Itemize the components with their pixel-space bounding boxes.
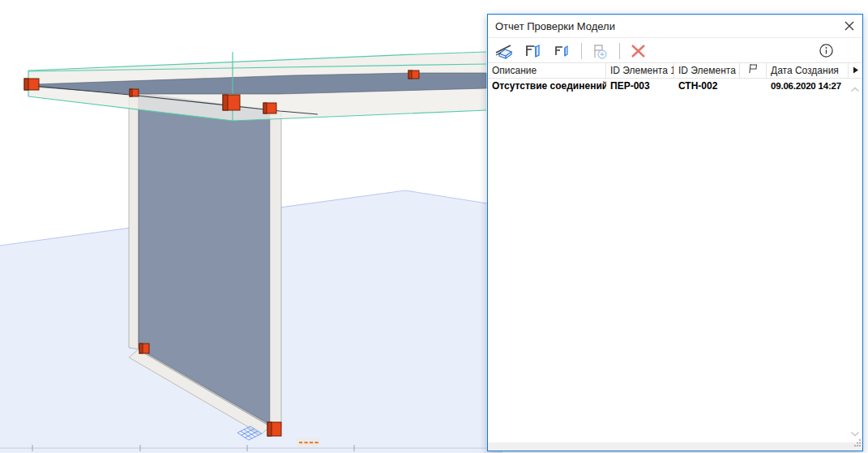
close-icon (844, 22, 855, 34)
wall-right-edge (270, 110, 281, 427)
hotspot-marker[interactable] (263, 103, 276, 113)
hotspot-marker[interactable] (139, 344, 149, 353)
table-header: Описание ID Элемента 1 ID Элемента 2 Дат… (488, 62, 862, 79)
expand-columns-button[interactable] (849, 63, 862, 78)
hotspot-marker[interactable] (24, 79, 39, 90)
dialog-toolbar (488, 37, 862, 63)
model-check-report-dialog: Отчет Проверки Модели (487, 14, 863, 451)
column-header-element-id-1[interactable]: ID Элемента 1 (606, 63, 674, 78)
cell-flag (740, 79, 767, 94)
cell-element-id-2: СТН-002 (674, 79, 740, 94)
section-marker[interactable] (297, 438, 319, 447)
show-elements-3d-icon (524, 50, 543, 62)
column-header-element-id-2[interactable]: ID Элемента 2 (674, 63, 740, 78)
scroll-up-icon[interactable] (850, 81, 860, 96)
close-button[interactable] (840, 18, 858, 36)
report-row[interactable]: Отсутствие соединений ПЕР-003 СТН-002 09… (488, 79, 849, 94)
column-header-created[interactable]: Дата Создания (767, 63, 849, 78)
hotspot-marker[interactable] (267, 422, 281, 436)
hotspot-marker[interactable] (408, 71, 419, 79)
info-button[interactable] (818, 42, 835, 59)
show-element-3d-icon (553, 50, 572, 62)
cell-description: Отсутствие соединений (488, 79, 606, 94)
hotspot-marker[interactable] (223, 95, 240, 110)
add-flag-icon (591, 50, 610, 62)
vertical-scrollbar[interactable] (849, 79, 862, 442)
flag-icon (748, 63, 758, 78)
hotspot-marker[interactable] (130, 89, 139, 96)
toolbar-separator (581, 43, 582, 59)
info-icon (818, 49, 835, 62)
dialog-title: Отчет Проверки Модели (495, 20, 615, 32)
resize-grip[interactable] (854, 435, 862, 450)
show-in-3d-icon (494, 50, 514, 62)
show-in-3d-button[interactable] (494, 41, 515, 61)
show-elements-3d-button[interactable] (523, 41, 544, 61)
toolbar-separator (619, 43, 620, 59)
expand-right-icon (853, 63, 859, 78)
wall-left-edge (129, 91, 139, 349)
dialog-title-bar[interactable]: Отчет Проверки Модели (488, 15, 862, 37)
column-header-flag[interactable] (740, 63, 767, 78)
dialog-status-strip (488, 442, 862, 451)
column-header-description[interactable]: Описание (488, 63, 606, 78)
add-flag-button[interactable] (590, 41, 611, 61)
delete-icon (629, 50, 648, 62)
app-window: Отчет Проверки Модели (0, 0, 868, 453)
show-element-3d-button[interactable] (552, 41, 573, 61)
delete-entry-button[interactable] (628, 41, 649, 61)
cell-created: 09.06.2020 14:27 (767, 79, 849, 94)
cell-element-id-1: ПЕР-003 (606, 79, 674, 94)
